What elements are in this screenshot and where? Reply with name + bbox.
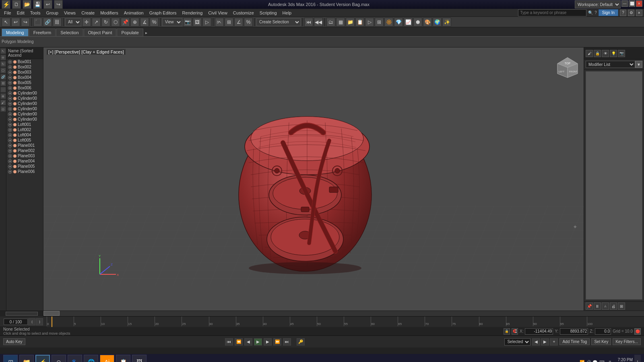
effect-btn[interactable]: ✨ [442, 18, 451, 27]
scene-item-6[interactable]: Cylinder00 [6, 90, 43, 96]
next-key-btn[interactable]: ⏩ [273, 338, 281, 346]
scene-item-4[interactable]: Box005 [6, 80, 43, 85]
render3-btn[interactable]: ⊞ [375, 18, 384, 27]
menu-modifiers[interactable]: Modifiers [98, 10, 121, 16]
scene-item-11[interactable]: Cylinder00 [6, 117, 43, 122]
scene-item-0[interactable]: Box001 [6, 59, 43, 64]
settings-btn[interactable]: ⚙ [628, 10, 634, 16]
lock-icon-btn[interactable]: 🔒 [594, 50, 601, 57]
search-input[interactable] [518, 9, 586, 16]
tool-scale[interactable]: ⬡ [0, 68, 6, 73]
scene-eye-0[interactable] [8, 60, 12, 64]
scene-item-18[interactable]: Plane003 [6, 153, 43, 158]
tool-select[interactable]: ↖ [0, 48, 6, 54]
tab-object-paint[interactable]: Object Paint [84, 29, 117, 36]
scene-item-19[interactable]: Plane004 [6, 158, 43, 164]
curve-btn[interactable]: 📈 [404, 18, 413, 27]
taskbar-clock[interactable]: 7:20 PM 4/11/2016 [615, 358, 633, 362]
scene-item-3[interactable]: Box004 [6, 75, 43, 80]
angle-btn[interactable]: ∠ [234, 18, 243, 27]
minimize-btn[interactable]: — [621, 0, 628, 7]
scene-eye-19[interactable] [8, 159, 12, 163]
key-mode-btn[interactable]: 🔑 [297, 338, 305, 346]
magnet-icon[interactable]: 🔴 [634, 328, 641, 335]
menu-views[interactable]: Views [62, 10, 78, 16]
start-button[interactable]: ⊞ [3, 355, 18, 362]
attr-btn[interactable]: 📋 [355, 18, 364, 27]
scene-item-13[interactable]: Loft002 [6, 127, 43, 132]
tool-isolate[interactable]: ◎ [0, 106, 6, 112]
tool-point[interactable]: · [0, 87, 6, 93]
scene-eye-17[interactable] [8, 149, 12, 153]
menu-group[interactable]: Group [43, 10, 61, 16]
scene-eye-2[interactable] [8, 70, 12, 74]
schematic-btn[interactable]: ⬢ [413, 18, 422, 27]
scene-item-12[interactable]: Loft001 [6, 122, 43, 127]
menu-edit[interactable]: Edit [14, 10, 27, 16]
magnet-status-icon[interactable]: 🧲 [512, 328, 518, 335]
prev-key-btn[interactable]: ⏪ [235, 338, 243, 346]
pct-btn[interactable]: % [244, 18, 253, 27]
eye-icon-btn[interactable]: 👁 [602, 50, 609, 57]
scene-eye-10[interactable] [8, 112, 12, 116]
menu-help[interactable]: Help [280, 10, 294, 16]
scene-item-1[interactable]: Box002 [6, 64, 43, 70]
steam-btn[interactable]: ⊙ [52, 355, 66, 362]
tool-snap[interactable]: ⊕ [0, 93, 6, 99]
scene-eye-18[interactable] [8, 154, 12, 158]
scene-eye-16[interactable] [8, 144, 12, 148]
menu-animation[interactable]: Animation [122, 10, 146, 16]
mat-btn[interactable]: 💎 [394, 18, 403, 27]
illustrator-btn[interactable]: Ai [100, 355, 114, 362]
scene-eye-21[interactable] [8, 170, 12, 174]
scene-eye-5[interactable] [8, 86, 12, 90]
menu-tools[interactable]: Tools [28, 10, 43, 16]
scene-eye-20[interactable] [8, 165, 12, 169]
frame-ruler[interactable]: 0510152025303540455055606570758085909510… [47, 317, 644, 327]
save-btn[interactable]: 💾 [33, 0, 42, 9]
menu-create[interactable]: Create [79, 10, 97, 16]
scene-eye-11[interactable] [8, 117, 12, 121]
menu-rendering[interactable]: Rendering [180, 10, 205, 16]
scene-btn[interactable]: 🗂 [326, 18, 335, 27]
menu-civil-view[interactable]: Civil View [206, 10, 229, 16]
select-filter-btn[interactable]: ⬛ [33, 18, 42, 27]
play-btn[interactable]: ▶ [254, 338, 262, 346]
fork-btn[interactable]: ⑃ [602, 302, 609, 310]
scale-btn[interactable]: ⬡ [111, 18, 120, 27]
select-move-btn[interactable]: ↗ [92, 18, 101, 27]
frame-current-input[interactable] [4, 319, 28, 325]
redo-btn[interactable]: ↪ [54, 0, 63, 9]
workspace-dropdown[interactable]: Workspace: Default [575, 0, 621, 8]
go-end-btn[interactable]: ⏭ [283, 338, 291, 346]
scene-item-7[interactable]: Cylinder00 [6, 96, 43, 101]
scene-item-10[interactable]: Cylinder00 [6, 111, 43, 117]
asset-btn[interactable]: 📁 [346, 18, 355, 27]
tool-bind[interactable]: ⛓ [0, 80, 6, 86]
timeline-scroll[interactable] [0, 311, 644, 317]
viewport[interactable]: [+] [Perspective] [Clay + Edged Faces] T… [43, 47, 584, 311]
add-key-btn[interactable]: + [550, 338, 558, 346]
pin-btn[interactable]: 📌 [586, 302, 593, 310]
prev-frame-btn[interactable]: ⟨ [28, 318, 35, 325]
help-question-btn[interactable]: ? [620, 10, 626, 16]
tab-selection[interactable]: Selection [56, 29, 83, 36]
x-coord-input[interactable] [525, 328, 553, 335]
tool-link[interactable]: 🔗 [0, 74, 6, 80]
key-first-btn[interactable]: ⏮ [304, 18, 313, 27]
scene-item-16[interactable]: Plane001 [6, 143, 43, 148]
angle-snap-btn[interactable]: ∡ [140, 18, 149, 27]
unlink-btn[interactable]: ⛓ [53, 18, 62, 27]
tab-populate[interactable]: Populate [117, 29, 143, 36]
3d-snap-btn[interactable]: 3↖ [215, 18, 224, 27]
scene-eye-3[interactable] [8, 76, 12, 80]
lamp-icon-btn[interactable]: 💡 [610, 50, 617, 57]
scene-item-17[interactable]: Plane002 [6, 148, 43, 153]
scene-eye-7[interactable] [8, 97, 12, 101]
tool-rotate[interactable]: ↻ [0, 61, 6, 67]
show-desktop-btn[interactable]: | [634, 355, 641, 362]
create-selection-dropdown[interactable]: Create Selection [256, 18, 301, 26]
paint-icon-btn[interactable]: 🖌 [586, 50, 593, 57]
snap-btn[interactable]: ⊕ [130, 18, 139, 27]
sign-in-button[interactable]: Sign In [599, 9, 618, 16]
